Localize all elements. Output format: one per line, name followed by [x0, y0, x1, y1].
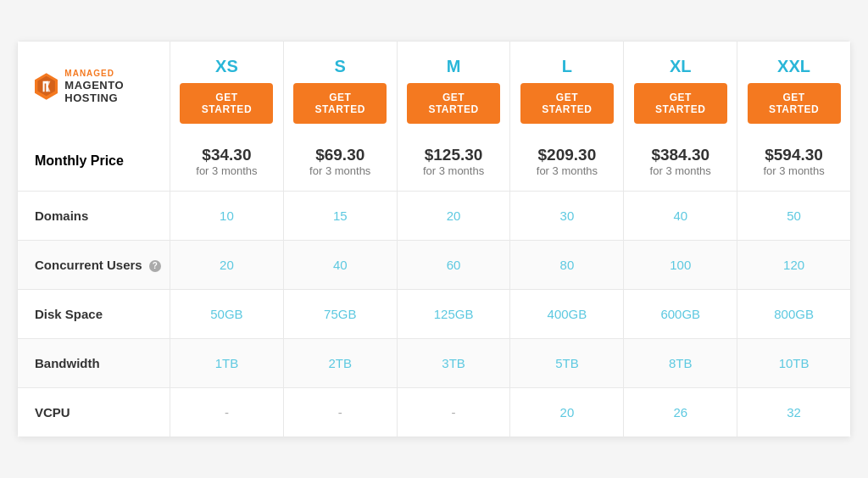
bandwidth-label: Bandwidth [18, 339, 170, 388]
bandwidth-xxl: 10TB [737, 339, 851, 388]
concurrent-users-xs: 20 [170, 240, 284, 289]
monthly-price-label: Monthly Price [18, 132, 170, 192]
plan-name-l: L [519, 57, 615, 76]
get-started-xs[interactable]: GET STARTED [180, 83, 273, 124]
disk-space-m: 125GB [397, 290, 510, 339]
domains-row: Domains 10 15 20 30 40 50 [18, 191, 851, 240]
logo: MANAGED MAGENTO HOSTING [35, 69, 153, 105]
logo-hosting-label: MAGENTO HOSTING [64, 79, 153, 105]
price-xl: $384.30 for 3 months [624, 132, 737, 192]
domains-xxl: 50 [737, 191, 851, 240]
domains-xs: 10 [170, 191, 284, 240]
plan-header-m: M GET STARTED [397, 41, 510, 132]
logo-text: MANAGED MAGENTO HOSTING [64, 69, 153, 105]
price-term-xs: for 3 months [179, 164, 275, 177]
bandwidth-xs: 1TB [170, 339, 284, 388]
price-amount-xs: $34.30 [179, 146, 275, 164]
disk-space-xxl: 800GB [737, 290, 851, 339]
concurrent-users-l: 80 [510, 240, 624, 289]
plan-header-s: S GET STARTED [283, 41, 397, 132]
get-started-xxl[interactable]: GET STARTED [748, 83, 841, 124]
domains-label: Domains [18, 191, 170, 240]
price-amount-l: $209.30 [519, 146, 615, 164]
vcpu-m: - [397, 388, 510, 437]
domains-m: 20 [397, 191, 510, 240]
concurrent-users-s: 40 [283, 240, 397, 289]
disk-space-label: Disk Space [18, 290, 170, 339]
plan-header-xl: XL GET STARTED [624, 41, 737, 132]
get-started-m[interactable]: GET STARTED [407, 83, 500, 124]
plan-header-row: MANAGED MAGENTO HOSTING XS GET STARTED S… [18, 41, 851, 132]
price-term-s: for 3 months [292, 164, 388, 177]
plan-name-s: S [292, 57, 388, 76]
get-started-s[interactable]: GET STARTED [293, 83, 387, 124]
logo-managed-label: MANAGED [64, 69, 153, 79]
price-term-xxl: for 3 months [746, 164, 842, 177]
bandwidth-m: 3TB [397, 339, 510, 388]
pricing-table: MANAGED MAGENTO HOSTING XS GET STARTED S… [17, 41, 851, 437]
concurrent-users-info-icon[interactable]: ? [149, 260, 161, 272]
disk-space-s: 75GB [283, 290, 397, 339]
price-amount-s: $69.30 [292, 146, 388, 164]
plan-header-l: L GET STARTED [510, 41, 624, 132]
price-xs: $34.30 for 3 months [170, 132, 284, 192]
price-s: $69.30 for 3 months [283, 132, 397, 192]
vcpu-xl: 26 [624, 388, 737, 437]
price-m: $125.30 for 3 months [397, 132, 510, 192]
vcpu-row: VCPU - - - 20 26 32 [18, 388, 851, 437]
bandwidth-xl: 8TB [624, 339, 737, 388]
domains-l: 30 [510, 191, 624, 240]
concurrent-users-label: Concurrent Users ? [18, 240, 170, 289]
bandwidth-row: Bandwidth 1TB 2TB 3TB 5TB 8TB 10TB [18, 339, 851, 388]
plan-header-xs: XS GET STARTED [170, 41, 284, 132]
price-amount-xl: $384.30 [632, 146, 728, 164]
disk-space-l: 400GB [510, 290, 624, 339]
disk-space-row: Disk Space 50GB 75GB 125GB 400GB 600GB 8… [18, 290, 851, 339]
price-l: $209.30 for 3 months [510, 132, 624, 192]
price-amount-xxl: $594.30 [746, 146, 842, 164]
concurrent-users-xl: 100 [624, 240, 737, 289]
disk-space-xl: 600GB [624, 290, 737, 339]
price-amount-m: $125.30 [406, 146, 502, 164]
price-xxl: $594.30 for 3 months [737, 132, 851, 192]
get-started-xl[interactable]: GET STARTED [634, 83, 727, 124]
vcpu-l: 20 [510, 388, 624, 437]
vcpu-label: VCPU [18, 388, 170, 437]
vcpu-xs: - [170, 388, 284, 437]
price-term-l: for 3 months [519, 164, 615, 177]
plan-name-xl: XL [632, 57, 728, 76]
pricing-container: MANAGED MAGENTO HOSTING XS GET STARTED S… [17, 41, 851, 437]
concurrent-users-xxl: 120 [737, 240, 851, 289]
plan-name-xs: XS [179, 57, 275, 76]
disk-space-xs: 50GB [170, 290, 284, 339]
logo-cell: MANAGED MAGENTO HOSTING [18, 41, 170, 132]
vcpu-s: - [283, 388, 397, 437]
bandwidth-l: 5TB [510, 339, 624, 388]
get-started-l[interactable]: GET STARTED [520, 83, 614, 124]
monthly-price-row: Monthly Price $34.30 for 3 months $69.30… [18, 132, 851, 192]
plan-name-xxl: XXL [746, 57, 842, 76]
concurrent-users-row: Concurrent Users ? 20 40 60 80 100 120 [18, 240, 851, 289]
plan-name-m: M [406, 57, 502, 76]
vcpu-xxl: 32 [737, 388, 851, 437]
price-term-m: for 3 months [406, 164, 502, 177]
magento-logo-icon [35, 71, 58, 102]
domains-xl: 40 [624, 191, 737, 240]
bandwidth-s: 2TB [283, 339, 397, 388]
concurrent-users-m: 60 [397, 240, 510, 289]
price-term-xl: for 3 months [632, 164, 728, 177]
domains-s: 15 [283, 191, 397, 240]
plan-header-xxl: XXL GET STARTED [737, 41, 851, 132]
